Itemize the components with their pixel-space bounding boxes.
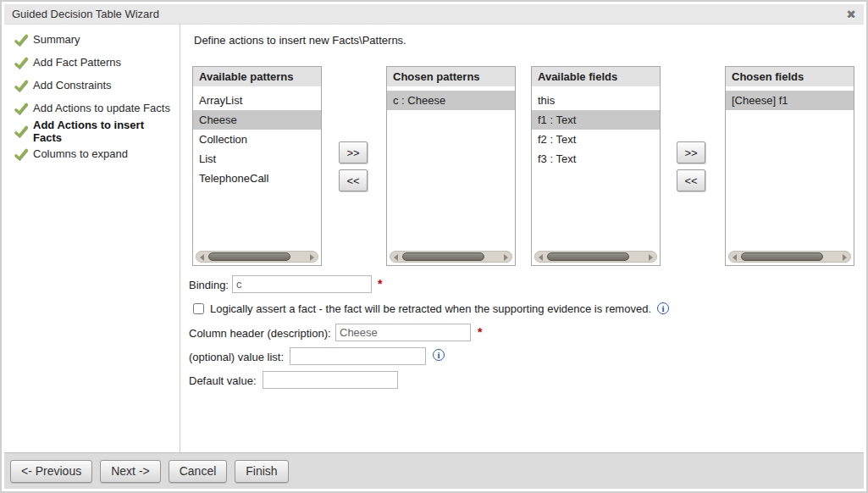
add-field-button[interactable]: >> xyxy=(677,141,705,163)
wizard-steps-sidebar: Summary Add Fact Patterns Add Constraint… xyxy=(4,24,180,452)
step-label: Columns to expand xyxy=(33,147,128,160)
list-item[interactable]: [Cheese] f1 xyxy=(726,91,854,110)
available-patterns-listbox: Available patterns ArrayList Cheese Coll… xyxy=(192,66,322,266)
horizontal-scrollbar[interactable] xyxy=(390,251,512,263)
list-item[interactable]: TelephoneCall xyxy=(193,169,321,188)
default-value-input[interactable] xyxy=(263,371,398,389)
listbox-header: Chosen patterns xyxy=(387,67,515,86)
instruction-text: Define actions to insert new Facts\Patte… xyxy=(194,34,406,47)
remove-pattern-button[interactable]: << xyxy=(339,169,368,191)
scroll-right-icon[interactable] xyxy=(843,254,847,261)
step-label: Add Actions to update Facts xyxy=(33,102,170,114)
pattern-field-pickers: Available patterns ArrayList Cheese Coll… xyxy=(192,66,861,266)
horizontal-scrollbar[interactable] xyxy=(728,251,851,263)
scroll-right-icon[interactable] xyxy=(310,254,314,261)
scroll-left-icon[interactable] xyxy=(394,254,398,261)
scrollbar-thumb[interactable] xyxy=(741,252,823,261)
column-header-label: Column header (description): xyxy=(189,327,331,340)
value-list-input[interactable] xyxy=(290,347,426,365)
wizard-footer: <- Previous Next -> Cancel Finish xyxy=(4,452,864,489)
sidebar-item-add-fact-patterns[interactable]: Add Fact Patterns xyxy=(4,51,180,74)
check-icon xyxy=(14,56,28,69)
list-item[interactable]: f2 : Text xyxy=(532,130,660,149)
available-fields-listbox: Available fields this f1 : Text f2 : Tex… xyxy=(531,66,661,266)
binding-input[interactable] xyxy=(232,275,372,293)
required-asterisk: * xyxy=(478,325,482,339)
column-header-input[interactable] xyxy=(335,324,471,341)
logical-assert-row: Logically assert a fact - the fact will … xyxy=(180,301,864,316)
next-button[interactable]: Next -> xyxy=(100,460,161,483)
chosen-fields-listbox: Chosen fields [Cheese] f1 xyxy=(725,66,854,266)
listbox-body: ArrayList Cheese Collection List Telepho… xyxy=(193,91,321,188)
finish-button[interactable]: Finish xyxy=(235,460,288,483)
listbox-body: c : Cheese xyxy=(387,91,515,110)
check-icon xyxy=(14,147,28,161)
list-item[interactable]: ArrayList xyxy=(193,91,321,110)
listbox-body: [Cheese] f1 xyxy=(726,91,854,110)
required-asterisk: * xyxy=(378,277,382,291)
title-bar: Guided Decision Table Wizard ✖ xyxy=(4,4,864,24)
value-list-label: (optional) value list: xyxy=(189,351,284,363)
logical-assert-label: Logically assert a fact - the fact will … xyxy=(210,302,651,315)
listbox-header: Available fields xyxy=(532,67,660,86)
check-icon xyxy=(14,33,28,47)
scroll-left-icon[interactable] xyxy=(539,254,543,261)
binding-label: Binding: xyxy=(189,279,229,291)
dialog-body: Summary Add Fact Patterns Add Constraint… xyxy=(4,24,864,452)
list-item[interactable]: f1 : Text xyxy=(532,110,660,130)
wizard-dialog: Guided Decision Table Wizard ✖ Summary A… xyxy=(0,0,868,493)
sidebar-item-add-actions-update[interactable]: Add Actions to update Facts xyxy=(4,97,180,119)
sidebar-item-add-constraints[interactable]: Add Constraints xyxy=(4,74,180,97)
binding-row: Binding: * xyxy=(180,275,864,294)
previous-button[interactable]: <- Previous xyxy=(10,460,92,483)
horizontal-scrollbar[interactable] xyxy=(534,251,657,263)
listbox-header: Chosen fields xyxy=(726,67,854,86)
dialog-title: Guided Decision Table Wizard xyxy=(12,8,159,20)
column-header-row: Column header (description): * xyxy=(180,324,864,342)
sidebar-item-columns-to-expand[interactable]: Columns to expand xyxy=(4,142,180,165)
step-label: Add Actions to insert Facts xyxy=(33,119,173,144)
cancel-button[interactable]: Cancel xyxy=(169,460,228,483)
scrollbar-thumb[interactable] xyxy=(547,252,629,261)
horizontal-scrollbar[interactable] xyxy=(196,251,318,263)
pattern-transfer-buttons: >> << xyxy=(339,141,368,191)
listbox-header: Available patterns xyxy=(193,67,321,86)
remove-field-button[interactable]: << xyxy=(677,169,705,191)
scroll-right-icon[interactable] xyxy=(504,254,508,261)
default-value-label: Default value: xyxy=(189,374,257,387)
logical-assert-checkbox[interactable] xyxy=(193,303,204,314)
sidebar-item-add-actions-insert[interactable]: Add Actions to insert Facts xyxy=(4,119,180,142)
list-item[interactable]: this xyxy=(532,91,660,110)
chosen-patterns-listbox: Chosen patterns c : Cheese xyxy=(386,66,516,266)
list-item[interactable]: c : Cheese xyxy=(387,91,515,110)
sidebar-item-summary[interactable]: Summary xyxy=(4,28,180,51)
step-label: Summary xyxy=(33,33,80,46)
scrollbar-thumb[interactable] xyxy=(402,252,484,261)
check-icon xyxy=(14,79,28,92)
scroll-right-icon[interactable] xyxy=(649,254,653,261)
default-value-row: Default value: xyxy=(180,371,864,390)
check-icon xyxy=(14,102,28,115)
info-icon[interactable]: i xyxy=(433,349,445,361)
info-icon[interactable]: i xyxy=(657,302,669,314)
scrollbar-thumb[interactable] xyxy=(208,252,290,261)
step-label: Add Constraints xyxy=(33,79,112,91)
list-item[interactable]: Collection xyxy=(193,130,321,149)
list-item[interactable]: Cheese xyxy=(193,110,321,130)
step-content: Define actions to insert new Facts\Patte… xyxy=(180,24,864,452)
step-label: Add Fact Patterns xyxy=(33,56,121,69)
add-pattern-button[interactable]: >> xyxy=(339,141,368,163)
scroll-left-icon[interactable] xyxy=(733,254,737,261)
field-transfer-buttons: >> << xyxy=(677,141,705,191)
close-icon[interactable]: ✖ xyxy=(846,8,856,20)
list-item[interactable]: f3 : Text xyxy=(532,149,660,169)
list-item[interactable]: List xyxy=(193,149,321,169)
value-list-row: (optional) value list: i xyxy=(180,347,864,366)
listbox-body: this f1 : Text f2 : Text f3 : Text xyxy=(532,91,660,169)
scroll-left-icon[interactable] xyxy=(200,254,204,261)
check-icon xyxy=(14,125,28,138)
